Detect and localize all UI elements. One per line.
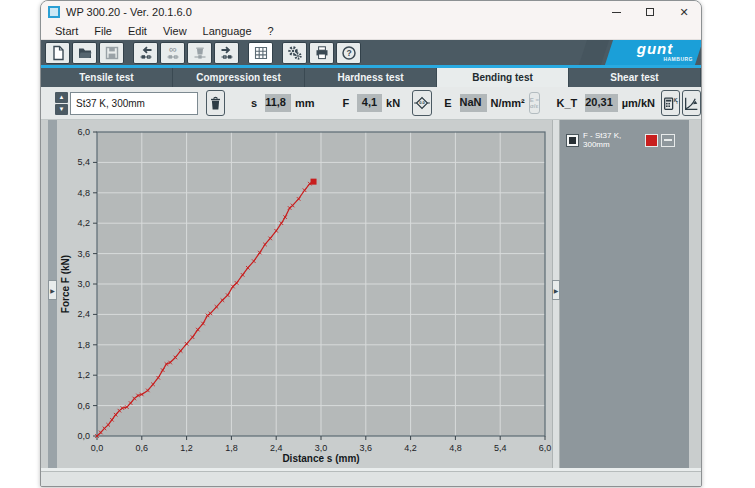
menu-help[interactable]: ? [260, 25, 282, 37]
menu-bar: Start File Edit View Language ? [41, 23, 701, 40]
help-button[interactable]: ? [336, 42, 361, 64]
tare-button[interactable]: 0.0 [412, 90, 432, 116]
y-tick-label: 3,0 [77, 279, 90, 289]
legend-item: F - St37 K, 300mm [566, 131, 675, 149]
infinity-node-icon: ∞ [165, 45, 181, 61]
app-icon [48, 6, 60, 18]
emodulus-value: NaN [460, 94, 487, 112]
gears-icon [287, 45, 303, 61]
minimize-icon [612, 12, 621, 13]
prev-dataset-button[interactable] [133, 42, 158, 64]
y-tick-label: 1,2 [77, 370, 90, 380]
emodulus-label: E [444, 97, 451, 109]
y-tick-label: 0,0 [77, 431, 90, 441]
x-axis-title: Distance s (mm) [282, 453, 359, 464]
force-unit: kN [386, 97, 400, 109]
legend-splitter[interactable]: ▶ [552, 120, 560, 468]
y-tick-label: 1,8 [77, 340, 90, 350]
delete-sample-button[interactable] [206, 90, 225, 116]
checkbox-check-icon [569, 137, 576, 144]
line-style-icon [664, 139, 672, 141]
spinner-down-button[interactable]: ▼ [55, 104, 68, 115]
sample-name-input[interactable] [70, 92, 198, 115]
y-axis-title: Force F (kN) [60, 255, 71, 313]
tab-compression-test[interactable]: Compression test [173, 68, 305, 87]
merge-datasets-button[interactable]: ∞ [160, 42, 185, 64]
logo-subtext: HAMBURG [613, 56, 693, 62]
next-dataset-button[interactable] [214, 42, 239, 64]
left-panel-collapse-button[interactable]: ▶ [48, 280, 57, 300]
legend-line-style-button[interactable] [661, 134, 675, 147]
emodulus-formula-button[interactable]: E = σ/ε [529, 92, 541, 114]
test-tabs: Tensile test Compression test Hardness t… [41, 68, 701, 87]
chart-svg: 0,00,61,21,82,43,03,64,24,85,46,00,00,61… [58, 120, 552, 468]
minimize-button[interactable] [599, 1, 633, 23]
svg-text:∞: ∞ [169, 45, 177, 55]
tab-shear-test[interactable]: Shear test [569, 68, 701, 87]
legend-panel: F - St37 K, 300mm [560, 120, 689, 468]
x-tick-label: 3,6 [360, 443, 373, 453]
x-tick-label: 2,4 [270, 443, 283, 453]
distance-unit: mm [295, 97, 315, 109]
menu-start[interactable]: Start [47, 25, 86, 37]
title-bar[interactable]: WP 300.20 - Ver. 20.1.6.0 ✕ [41, 1, 701, 23]
right-panel-collapse-button[interactable]: ▶ [552, 280, 560, 300]
menu-view[interactable]: View [155, 25, 195, 37]
controls-bar: ▲ ▼ s 11,8 mm F 4,1 kN 0.0 E NaN N/mm² E… [41, 87, 701, 120]
save-button[interactable] [99, 42, 124, 64]
y-tick-label: 5,4 [77, 157, 90, 167]
menu-language[interactable]: Language [195, 25, 260, 37]
open-file-button[interactable] [72, 42, 97, 64]
chart-region: 0,00,61,21,82,43,03,64,24,85,46,00,00,61… [58, 120, 552, 468]
x-tick-label: 0,0 [91, 443, 104, 453]
arrow-left-node-icon [138, 45, 154, 61]
toolbar-separator [275, 42, 280, 64]
print-button[interactable] [309, 42, 334, 64]
kt-curve-button[interactable] [682, 90, 701, 116]
sample-spinner: ▲ ▼ [55, 92, 68, 115]
window-title: WP 300.20 - Ver. 20.1.6.0 [66, 6, 192, 18]
legend-label: F - St37 K, 300mm [583, 131, 645, 149]
y-tick-label: 2,4 [77, 309, 90, 319]
y-tick-label: 3,6 [77, 249, 90, 259]
close-icon: ✕ [679, 6, 688, 19]
save-floppy-icon [104, 45, 120, 61]
x-tick-label: 1,8 [225, 443, 238, 453]
menu-edit[interactable]: Edit [120, 25, 155, 37]
data-grid-button[interactable] [248, 42, 273, 64]
y-tick-label: 0,6 [77, 401, 90, 411]
x-tick-label: 3,0 [315, 443, 328, 453]
printer-icon [314, 45, 330, 61]
new-file-button[interactable] [45, 42, 70, 64]
grid-icon [253, 45, 269, 61]
open-folder-icon [77, 45, 93, 61]
menu-file[interactable]: File [86, 25, 120, 37]
spinner-up-button[interactable]: ▲ [55, 92, 68, 103]
question-icon: ? [341, 45, 357, 61]
calculator-icon: KT [662, 95, 679, 112]
x-tick-label: 4,2 [404, 443, 417, 453]
tab-hardness-test[interactable]: Hardness test [305, 68, 437, 87]
tab-tensile-test[interactable]: Tensile test [41, 68, 173, 87]
x-tick-label: 1,2 [180, 443, 193, 453]
maximize-button[interactable] [633, 1, 667, 23]
settings-button[interactable] [282, 42, 307, 64]
logo-accent-shape [579, 40, 609, 65]
x-tick-label: 4,8 [449, 443, 462, 453]
close-button[interactable]: ✕ [667, 1, 701, 23]
y-tick-label: 4,8 [77, 188, 90, 198]
toolbar: ∞ ? gunt [41, 40, 701, 65]
toolbar-separator [126, 42, 131, 64]
main-area: ▶ 0,00,61,21,82,43,03,64,24,85,46,00,00,… [41, 120, 701, 468]
svg-text:0.0: 0.0 [419, 100, 425, 105]
kt-calculator-button[interactable]: KT [661, 90, 680, 116]
legend-color-swatch[interactable] [645, 134, 658, 147]
tab-bending-test[interactable]: Bending test [437, 68, 569, 87]
maximize-icon [646, 8, 654, 16]
app-window: WP 300.20 - Ver. 20.1.6.0 ✕ Start File E… [40, 0, 702, 487]
tare-diamond-icon: 0.0 [413, 94, 431, 112]
toolbar-separator [241, 42, 246, 64]
delete-dataset-button[interactable] [187, 42, 212, 64]
legend-checkbox[interactable] [566, 134, 579, 147]
arrow-right-node-icon [219, 45, 235, 61]
